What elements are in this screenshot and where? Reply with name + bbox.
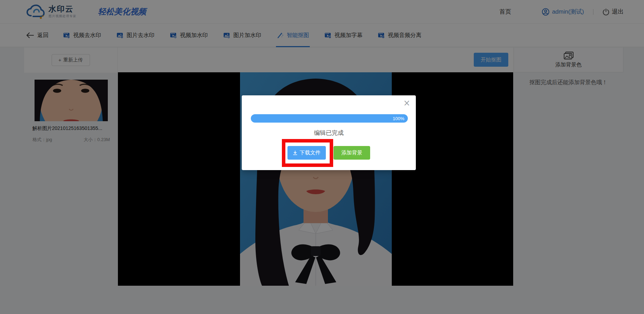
app-root: 水印云 图片视频处理专家 轻松美化视频 首页 admin(测试)	[0, 0, 644, 314]
close-icon[interactable]: ×	[403, 98, 410, 108]
download-icon	[293, 151, 298, 155]
progress-bar: 100%	[251, 114, 408, 123]
download-file-button[interactable]: 下载文件	[287, 146, 326, 160]
download-label: 下载文件	[300, 149, 321, 156]
modal-status-text: 编辑已完成	[242, 129, 416, 137]
add-background-button[interactable]: 添加背景	[334, 146, 370, 160]
progress-modal: × 100% 编辑已完成 下载文件 添加背景	[242, 95, 416, 170]
progress-percent: 100%	[393, 116, 404, 121]
modal-button-row: 下载文件 添加背景	[242, 146, 416, 160]
